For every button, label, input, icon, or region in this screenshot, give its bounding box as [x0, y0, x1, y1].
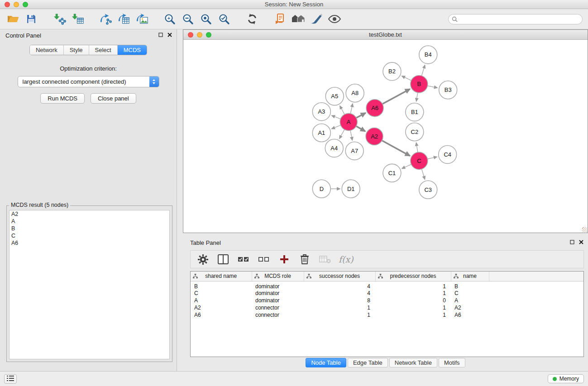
close-panel-icon[interactable] [167, 33, 172, 37]
graph-edge-A-A4[interactable] [339, 129, 344, 138]
resize-grip[interactable] [582, 227, 587, 232]
list-item[interactable]: A6 [10, 239, 169, 247]
graph-node-A4[interactable]: A4 [325, 139, 343, 157]
float-panel-icon[interactable] [158, 33, 163, 37]
graph-edge-A-A7[interactable] [350, 130, 352, 140]
graph-edge-A-A6[interactable] [356, 113, 366, 118]
home-icon[interactable] [291, 11, 306, 27]
zoom-fit-icon[interactable] [198, 11, 214, 27]
column-header-predecessor-nodes[interactable]: predecessor nodes [375, 272, 451, 281]
tab-network[interactable]: Network [30, 45, 64, 55]
zoom-window-button[interactable] [23, 2, 28, 7]
show-hide-icon[interactable] [327, 11, 342, 27]
select-all-icon[interactable] [237, 253, 250, 266]
graph-edge-B-B2[interactable] [402, 76, 411, 81]
open-file-icon[interactable] [5, 11, 21, 27]
search-input[interactable] [448, 14, 583, 24]
list-item[interactable]: C [10, 232, 169, 239]
tab-mcds[interactable]: MCDS [118, 45, 147, 55]
graph-edge-A2-C[interactable] [382, 141, 410, 156]
graph-node-B2[interactable]: B2 [383, 62, 401, 81]
graph-edge-A-A3[interactable] [332, 115, 341, 119]
close-table-panel-icon[interactable] [579, 240, 583, 244]
network-canvas[interactable]: B4B2BB3A5A8A6A3B1AC2A1A2A4A7C4CC1DD1C3 [183, 40, 588, 233]
zoom-selected-icon[interactable] [216, 11, 232, 27]
table-row[interactable]: Bdominator41B [191, 281, 583, 290]
float-table-panel-icon[interactable] [570, 240, 574, 244]
table-row[interactable]: Adominator80A [191, 297, 583, 304]
new-network-icon[interactable] [98, 11, 113, 27]
function-icon[interactable]: f(x) [339, 253, 354, 266]
graph-edge-C-C2[interactable] [416, 143, 418, 152]
task-list-button[interactable] [4, 374, 17, 384]
run-mcds-button[interactable]: Run MCDS [40, 93, 85, 104]
minimize-window-button[interactable] [14, 2, 19, 7]
graph-edge-C-C1[interactable] [402, 164, 411, 168]
export-image-icon[interactable] [134, 11, 149, 27]
list-item[interactable]: B [10, 225, 169, 232]
tab-network-table[interactable]: Network Table [389, 358, 437, 367]
columns-icon[interactable] [216, 253, 230, 266]
tab-select[interactable]: Select [89, 45, 118, 55]
graph-edge-A-A8[interactable] [350, 104, 353, 114]
table-row[interactable]: Cdominator41C [191, 290, 583, 297]
graph-node-B3[interactable]: B3 [439, 81, 457, 99]
delete-row-icon[interactable] [298, 253, 311, 266]
memory-button[interactable]: Memory [548, 374, 584, 383]
graph-node-C[interactable]: C [411, 152, 428, 169]
refresh-layout-icon[interactable] [244, 11, 260, 27]
graph-node-D1[interactable]: D1 [342, 180, 360, 198]
close-window-button[interactable] [5, 2, 10, 7]
table-row[interactable]: A2connector11A2 [191, 304, 583, 311]
import-network-icon[interactable] [52, 11, 67, 27]
column-header-MCDS-role[interactable]: MCDS role [252, 272, 304, 281]
graph-edge-A-A2[interactable] [356, 126, 365, 131]
open-session-doc-icon[interactable] [272, 11, 288, 27]
column-header-shared-name[interactable]: shared name [191, 272, 252, 281]
column-header-name[interactable]: name [451, 272, 489, 281]
tab-style[interactable]: Style [64, 45, 89, 55]
graph-node-A1[interactable]: A1 [312, 124, 330, 142]
list-item[interactable]: A [10, 218, 169, 225]
graph-edge-C-C3[interactable] [422, 169, 425, 179]
graph-node-A3[interactable]: A3 [312, 103, 330, 121]
graph-node-C4[interactable]: C4 [439, 145, 457, 163]
graph-node-D[interactable]: D [312, 180, 330, 198]
close-panel-button[interactable]: Close panel [91, 93, 136, 104]
network-close-button[interactable] [188, 32, 193, 38]
tab-motifs[interactable]: Motifs [439, 358, 465, 367]
graph-node-A8[interactable]: A8 [346, 84, 364, 102]
mcds-result-list[interactable]: A2ABCA6 [9, 210, 170, 359]
graph-node-C1[interactable]: C1 [383, 164, 401, 182]
graph-node-B[interactable]: B [411, 76, 428, 93]
graph-node-B1[interactable]: B1 [406, 103, 424, 121]
graph-node-A7[interactable]: A7 [345, 142, 363, 160]
graph-edge-B-B3[interactable] [427, 86, 437, 88]
criterion-dropdown[interactable]: largest connected component (directed) [18, 76, 159, 87]
graph-node-A5[interactable]: A5 [325, 87, 344, 105]
graph-edge-B-B1[interactable] [416, 93, 418, 101]
network-minimize-button[interactable] [197, 32, 202, 38]
tab-node-table[interactable]: Node Table [306, 358, 346, 367]
add-row-icon[interactable] [277, 253, 291, 266]
graph-edge-A6-B[interactable] [382, 89, 410, 104]
graph-node-B4[interactable]: B4 [419, 46, 437, 64]
list-item[interactable]: A2 [10, 210, 169, 218]
gear-icon[interactable] [196, 253, 210, 266]
graph-edge-A-A1[interactable] [332, 125, 341, 129]
graph-edge-C-C4[interactable] [427, 157, 437, 159]
graph-node-A2[interactable]: A2 [366, 128, 383, 145]
zoom-out-icon[interactable] [180, 11, 196, 27]
graph-node-A6[interactable]: A6 [366, 100, 383, 117]
new-table-icon[interactable] [116, 11, 131, 27]
tab-edge-table[interactable]: Edge Table [348, 358, 388, 367]
zoom-in-icon[interactable]: + [162, 11, 177, 27]
network-zoom-button[interactable] [206, 32, 211, 38]
save-session-icon[interactable] [24, 11, 39, 27]
import-table-icon[interactable] [70, 11, 85, 27]
graph-edge-A-A5[interactable] [340, 106, 344, 114]
graph-node-C3[interactable]: C3 [419, 181, 437, 199]
column-header-successor-nodes[interactable]: successor nodes [304, 272, 375, 281]
graph-node-C2[interactable]: C2 [406, 123, 424, 141]
table-row[interactable]: A6connector11A6 [191, 311, 583, 319]
